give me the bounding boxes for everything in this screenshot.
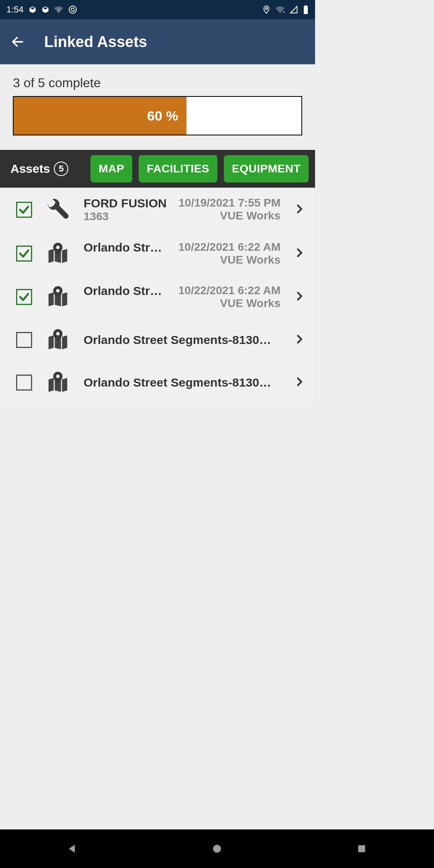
tab-equipment[interactable]: EQUIPMENT [224, 155, 309, 182]
list-item[interactable]: Orlando Street Segments-8130397 [0, 361, 315, 404]
status-time: 1:54 [6, 4, 24, 15]
battery-icon [303, 5, 309, 14]
row-left: Orlando Street Segments [84, 241, 178, 266]
asset-title: Orlando Street Segments [84, 284, 168, 298]
package-icon [41, 6, 49, 14]
wifi-weak-icon: ? [54, 5, 63, 14]
chevron-right-icon [293, 333, 305, 347]
row-left: Orlando Street Segments [84, 284, 178, 310]
package-icon [29, 6, 37, 14]
svg-point-1 [69, 6, 76, 13]
location-icon [262, 5, 271, 14]
checkbox[interactable] [16, 202, 32, 218]
svg-rect-4 [304, 6, 308, 14]
list-item[interactable]: Orlando Street Segments-8130398 [0, 319, 315, 361]
tab-map[interactable]: MAP [90, 155, 132, 182]
android-status-bar: 1:54 ? × [0, 0, 315, 19]
row-body: Orlando Street Segments 10/22/2021 6:22 … [84, 241, 280, 266]
chevron-right-icon [293, 203, 305, 217]
row-body: Orlando Street Segments-8130397 [84, 376, 280, 389]
row-body: FORD FUSION 1363 10/19/2021 7:55 PM VUE … [84, 197, 280, 223]
svg-point-2 [266, 8, 268, 10]
list-item[interactable]: Orlando Street Segments 10/22/2021 6:22 … [0, 275, 315, 319]
map-icon [45, 328, 71, 352]
asset-date: 10/22/2021 6:22 AM [178, 284, 280, 297]
asset-title: Orlando Street Segments-8130397 [84, 376, 272, 389]
assets-label-text: Assets [10, 162, 50, 176]
svg-rect-5 [305, 5, 307, 6]
progress-percent-label: 60 % [147, 108, 178, 124]
chevron-right-icon [293, 290, 305, 304]
status-right: × [262, 5, 309, 14]
chevron-right-icon [293, 376, 305, 389]
row-right: 10/22/2021 6:22 AM VUE Works [178, 241, 280, 266]
tabs-bar: Assets 5 MAP FACILITIES EQUIPMENT [0, 150, 315, 188]
progress-section: 3 of 5 complete 60 % [0, 64, 315, 150]
asset-title: Orlando Street Segments-8130398 [84, 333, 272, 347]
asset-title: Orlando Street Segments [84, 241, 168, 254]
asset-subtitle: 1363 [84, 210, 178, 223]
page-title: Linked Assets [44, 33, 147, 51]
status-left: 1:54 ? [6, 4, 78, 15]
list-item[interactable]: Orlando Street Segments 10/22/2021 6:22 … [0, 232, 315, 275]
checkbox[interactable] [16, 246, 32, 262]
asset-list: FORD FUSION 1363 10/19/2021 7:55 PM VUE … [0, 188, 315, 404]
sync-icon [68, 5, 78, 14]
row-right: 10/19/2021 7:55 PM VUE Works [178, 197, 280, 223]
assets-count-badge: 5 [54, 162, 68, 176]
svg-text:×: × [283, 10, 285, 14]
app-header: Linked Assets [0, 19, 315, 64]
row-left: Orlando Street Segments-8130397 [84, 376, 280, 389]
svg-text:?: ? [58, 8, 60, 12]
asset-title: FORD FUSION [84, 197, 168, 210]
progress-count-label: 3 of 5 complete [13, 76, 302, 90]
asset-source: VUE Works [178, 254, 280, 266]
row-right: 10/22/2021 6:22 AM VUE Works [178, 284, 280, 310]
back-button[interactable] [10, 34, 26, 50]
asset-date: 10/19/2021 7:55 PM [178, 197, 280, 209]
map-icon [45, 370, 71, 395]
map-icon [45, 285, 71, 309]
wifi-icon: × [276, 5, 285, 14]
progress-bar: 60 % [13, 96, 302, 135]
row-body: Orlando Street Segments-8130398 [84, 333, 280, 347]
progress-fill: 60 % [14, 97, 186, 135]
row-body: Orlando Street Segments 10/22/2021 6:22 … [84, 284, 280, 310]
signal-icon [289, 5, 298, 14]
row-left: Orlando Street Segments-8130398 [84, 333, 280, 347]
asset-date: 10/22/2021 6:22 AM [178, 241, 280, 254]
row-left: FORD FUSION 1363 [84, 197, 178, 223]
checkbox[interactable] [16, 289, 32, 305]
chevron-right-icon [293, 247, 305, 260]
checkbox[interactable] [16, 375, 32, 391]
wrench-icon [45, 198, 71, 221]
tab-facilities[interactable]: FACILITIES [139, 155, 217, 182]
checkbox[interactable] [16, 332, 32, 348]
asset-source: VUE Works [178, 209, 280, 222]
list-item[interactable]: FORD FUSION 1363 10/19/2021 7:55 PM VUE … [0, 188, 315, 232]
asset-source: VUE Works [178, 297, 280, 310]
assets-counter: Assets 5 [6, 162, 68, 176]
map-icon [45, 241, 71, 266]
